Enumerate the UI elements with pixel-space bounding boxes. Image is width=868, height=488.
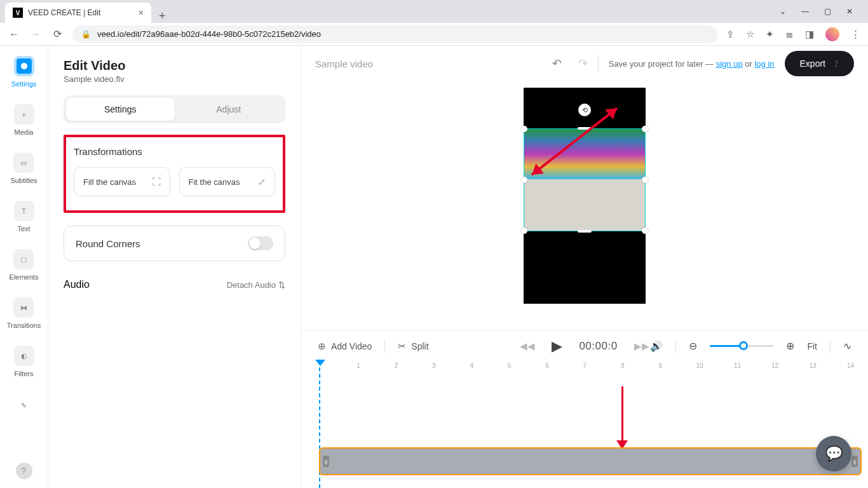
close-window-icon[interactable]: ✕: [846, 7, 853, 16]
sidebar-item-text[interactable]: T Text: [14, 201, 34, 233]
new-tab-button[interactable]: +: [151, 10, 173, 23]
split-button[interactable]: ✂ Split: [398, 341, 428, 352]
detach-audio-button[interactable]: Detach Audio ⇅: [227, 280, 285, 290]
rotate-handle[interactable]: ⟲: [578, 104, 591, 116]
browser-tab-strip: V VEED CREATE | Edit × + ⌄ — ▢ ✕: [0, 0, 868, 23]
url-input[interactable]: 🔒 veed.io/edit/72a96aae-b02d-444e-98b0-5…: [72, 25, 717, 43]
tick: 9: [658, 362, 662, 369]
side-panel-icon[interactable]: ◨: [805, 29, 814, 40]
left-sidebar: Settings ＋ Media ▭ Subtitles T Text ▢ El…: [0, 46, 48, 488]
maximize-icon[interactable]: ▢: [824, 7, 831, 16]
project-name[interactable]: Sample video: [315, 58, 373, 69]
slider-thumb[interactable]: [739, 341, 748, 350]
tab-settings[interactable]: Settings: [66, 98, 175, 121]
plus-circle-icon: ⊕: [318, 341, 326, 352]
sidebar-item-subtitles[interactable]: ▭ Subtitles: [10, 152, 37, 184]
chevron-down-icon[interactable]: ⌄: [780, 7, 786, 16]
chat-support-button[interactable]: 💬: [816, 436, 851, 471]
save-prompt: Save your project for later — sign up or…: [609, 59, 775, 69]
sidebar-item-elements[interactable]: ▢ Elements: [10, 249, 39, 281]
subtitles-icon: ▭: [13, 152, 34, 173]
panel-title: Edit Video: [64, 58, 285, 73]
signup-link[interactable]: sign up: [716, 59, 743, 69]
undo-icon[interactable]: ↶: [552, 57, 562, 71]
redo-icon: ↷: [578, 57, 588, 71]
skip-back-icon[interactable]: ◀◀: [520, 341, 535, 352]
text-icon: T: [14, 201, 34, 221]
star-icon[interactable]: ☆: [746, 29, 754, 40]
divider: [675, 339, 676, 353]
scissors-icon: ✂: [398, 341, 406, 352]
selection-frame[interactable]: ⟲: [524, 128, 646, 231]
tab-close-icon[interactable]: ×: [139, 8, 144, 18]
export-button[interactable]: Export ⤴: [785, 51, 854, 76]
timeline-ruler: 1 2 3 4 5 6 7 8 9 10 11 12 13 14: [319, 361, 858, 376]
divider: [384, 339, 385, 353]
tick: 12: [771, 362, 778, 369]
edit-panel: Edit Video Sample video.flv Settings Adj…: [48, 46, 301, 488]
help-icon[interactable]: ?: [16, 463, 32, 479]
transformations-section: Transformations Fill the canvas ⛶ Fit th…: [64, 135, 285, 213]
tick: 3: [432, 362, 436, 369]
sidebar-item-filters[interactable]: ◐ Filters: [14, 346, 34, 377]
timeline-track[interactable]: 1 2 3 4 5 6 7 8 9 10 11 12 13 14 || ||: [301, 361, 868, 488]
zoom-slider[interactable]: [710, 345, 773, 347]
annotation-arrow-down: [621, 386, 623, 454]
preview-canvas[interactable]: ⟲: [301, 81, 868, 330]
back-icon[interactable]: ←: [8, 29, 20, 40]
resize-handle[interactable]: [642, 177, 648, 183]
resize-handle[interactable]: [521, 227, 527, 234]
top-bar: Sample video ↶ ↷ Save your project for l…: [301, 46, 868, 81]
menu-icon[interactable]: ⋮: [851, 29, 860, 40]
clip-handle-right[interactable]: ||: [851, 456, 858, 467]
extensions-icon[interactable]: ✦: [766, 29, 774, 40]
tick: 11: [734, 362, 741, 369]
play-icon[interactable]: ▶: [552, 338, 562, 355]
sidebar-item-transitions[interactable]: ⧓ Transitions: [7, 297, 41, 329]
canvas-area: Sample video ↶ ↷ Save your project for l…: [301, 46, 868, 488]
address-bar: ← → ⟳ 🔒 veed.io/edit/72a96aae-b02d-444e-…: [0, 23, 868, 46]
login-link[interactable]: log in: [754, 59, 774, 69]
resize-handle[interactable]: [578, 230, 592, 233]
resize-handle[interactable]: [642, 227, 648, 234]
card-label: Round Corners: [76, 238, 140, 249]
resize-handle[interactable]: [642, 126, 648, 132]
video-preview[interactable]: ⟲: [524, 88, 646, 304]
zoom-in-icon[interactable]: ⊕: [786, 340, 794, 352]
browser-tab[interactable]: V VEED CREATE | Edit ×: [5, 3, 151, 23]
sidebar-item-media[interactable]: ＋ Media: [14, 104, 34, 136]
sidebar-item-draw[interactable]: ✎: [14, 395, 34, 416]
fit-canvas-icon: ⤢: [258, 177, 266, 187]
reading-list-icon[interactable]: ≣: [785, 29, 794, 40]
skip-forward-icon[interactable]: ▶▶: [634, 341, 649, 352]
round-corners-toggle[interactable]: [248, 236, 273, 250]
section-title: Audio: [64, 279, 90, 290]
fill-canvas-button[interactable]: Fill the canvas ⛶: [74, 167, 170, 196]
fit-canvas-button[interactable]: Fit the canvas ⤢: [179, 167, 276, 196]
divider: [830, 339, 831, 353]
volume-icon[interactable]: 🔊: [650, 340, 663, 352]
button-label: Fit the canvas: [189, 177, 240, 187]
lock-icon: 🔒: [81, 30, 91, 39]
chat-icon: 💬: [825, 445, 843, 462]
tab-adjust[interactable]: Adjust: [175, 98, 283, 121]
profile-avatar[interactable]: [825, 27, 839, 41]
reload-icon[interactable]: ⟳: [51, 28, 64, 40]
plus-icon: ＋: [14, 104, 34, 125]
waveform-icon[interactable]: ∿: [843, 340, 851, 352]
panel-tabs: Settings Adjust: [64, 95, 285, 123]
resize-handle[interactable]: [521, 126, 527, 132]
annotation-arrow: [531, 107, 618, 176]
add-video-button[interactable]: ⊕ Add Video: [318, 341, 372, 352]
video-clip[interactable]: || ||: [319, 447, 862, 475]
fit-button[interactable]: Fit: [807, 341, 817, 351]
sidebar-label: Media: [15, 128, 34, 136]
audio-section: Audio Detach Audio ⇅: [64, 279, 285, 290]
clip-handle-left[interactable]: ||: [323, 456, 329, 467]
zoom-out-icon[interactable]: ⊖: [689, 340, 697, 352]
share-icon[interactable]: ⇪: [726, 29, 735, 40]
button-label: Detach Audio: [227, 280, 276, 290]
sidebar-label: Subtitles: [10, 177, 37, 184]
minimize-icon[interactable]: —: [801, 7, 809, 16]
sidebar-item-settings[interactable]: Settings: [11, 56, 37, 88]
